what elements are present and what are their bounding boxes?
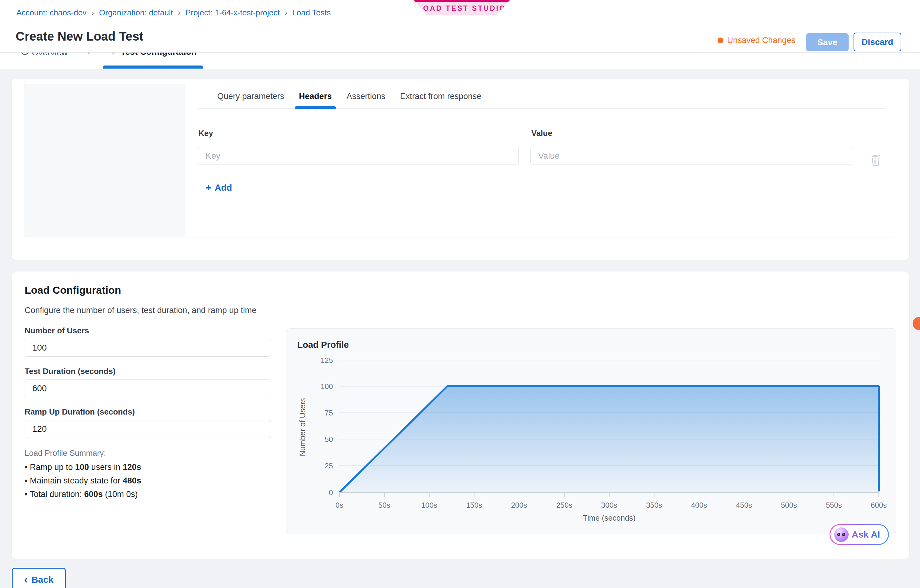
ask-ai-label: Ask AI [852,529,880,540]
tab-headers[interactable]: Headers [295,84,336,108]
ramp-up-duration-label: Ramp Up Duration (seconds) [24,407,135,417]
delete-row-button[interactable] [870,153,882,168]
svg-text:500s: 500s [781,501,797,509]
breadcrumb-load-tests[interactable]: Load Tests [292,8,331,18]
value-column-label: Value [531,129,552,138]
unsaved-dot-icon [718,37,723,44]
y-axis-labels: 0 25 50 75 100 125 [321,356,333,497]
test-duration-input[interactable] [24,380,271,397]
discard-button[interactable]: Discard [854,32,901,52]
svg-text:75: 75 [325,409,333,417]
key-column-label: Key [198,129,213,138]
svg-text:300s: 300s [601,501,617,509]
load-test-studio-badge: LOAD TEST STUDIO [414,0,510,15]
svg-text:0s: 0s [335,501,343,509]
breadcrumb-project[interactable]: Project: 1-64-x-test-project [186,8,280,18]
chart-area-fill [339,386,879,493]
tab-extract-from-response[interactable]: Extract from response [396,84,486,108]
x-axis-title: Time (seconds) [583,514,635,522]
chart-title: Load Profile [297,340,349,350]
unsaved-label: Unsaved Changes [727,36,795,45]
back-chevron-icon: ‹ [24,575,28,584]
summary-bullet-steady: • Maintain steady state for 480s [24,476,141,486]
header-value-input[interactable] [530,147,853,165]
breadcrumb-separator-icon: › [91,8,94,18]
summary-bullet-ramp: • Ramp up to 100 users in 120s [24,462,141,472]
load-profile-chart: Load Profile [286,329,897,535]
breadcrumb-organization[interactable]: Organization: default [99,8,173,18]
request-tabs: Query parameters Headers Assertions Extr… [213,84,486,108]
breadcrumb-account[interactable]: Account: chaos-dev [16,8,86,18]
summary-bullet-total: • Total duration: 600s (10m 0s) [24,489,138,499]
unsaved-changes-status: Unsaved Changes [718,36,795,45]
ai-mascot-icon [834,527,849,542]
plus-icon: + [206,183,212,192]
svg-text:25: 25 [325,462,333,470]
svg-text:100s: 100s [421,501,437,509]
number-of-users-input[interactable] [24,339,271,357]
app-window: Overview › Test Configuration Account: c… [0,0,920,588]
x-axis-ticks [339,493,879,497]
request-list-sidebar[interactable] [24,84,185,237]
svg-text:600s: 600s [871,501,887,509]
svg-text:450s: 450s [736,501,752,509]
save-button[interactable]: Save [806,33,849,52]
tab-assertions[interactable]: Assertions [342,84,390,108]
badge-label: LOAD TEST STUDIO [418,4,506,13]
ask-ai-button[interactable]: Ask AI [829,524,889,545]
page-header: Account: chaos-dev › Organization: defau… [0,0,920,53]
svg-text:50: 50 [325,435,333,443]
breadcrumb-separator-icon: › [178,8,181,18]
number-of-users-label: Number of Users [24,326,89,336]
test-duration-label: Test Duration (seconds) [24,367,116,376]
breadcrumb-separator-icon: › [285,8,287,18]
x-axis-labels: 0s 50s 100s 150s 200s 250s 300s 350s 400… [335,501,887,509]
load-profile-chart-panel: Load Profile [286,328,896,534]
svg-text:50s: 50s [379,501,390,509]
active-tab-underline [103,66,203,69]
svg-text:250s: 250s [556,501,572,509]
page-title: Create New Load Test [16,29,143,44]
back-label: Back [31,575,53,585]
svg-text:100: 100 [321,382,333,391]
breadcrumb: Account: chaos-dev › Organization: defau… [16,8,331,18]
svg-text:125: 125 [321,356,333,364]
edge-notification-dot[interactable] [913,317,920,330]
load-profile-summary-title: Load Profile Summary: [24,448,106,458]
add-header-row-button[interactable]: + Add [206,183,232,193]
svg-text:200s: 200s [511,501,527,509]
header-key-input[interactable] [198,147,519,165]
add-label: Add [215,183,232,193]
svg-text:550s: 550s [826,501,842,509]
svg-text:0: 0 [329,488,333,497]
svg-text:350s: 350s [646,501,662,509]
tab-query-parameters[interactable]: Query parameters [213,84,288,108]
ramp-up-duration-input[interactable] [24,420,271,438]
svg-text:150s: 150s [466,501,482,509]
load-configuration-title: Load Configuration [24,284,121,296]
svg-text:400s: 400s [691,501,707,509]
y-axis-title: Number of Users [298,398,307,456]
back-button[interactable]: ‹ Back [12,568,66,588]
load-configuration-subtitle: Configure the number of users, test dura… [24,306,256,315]
